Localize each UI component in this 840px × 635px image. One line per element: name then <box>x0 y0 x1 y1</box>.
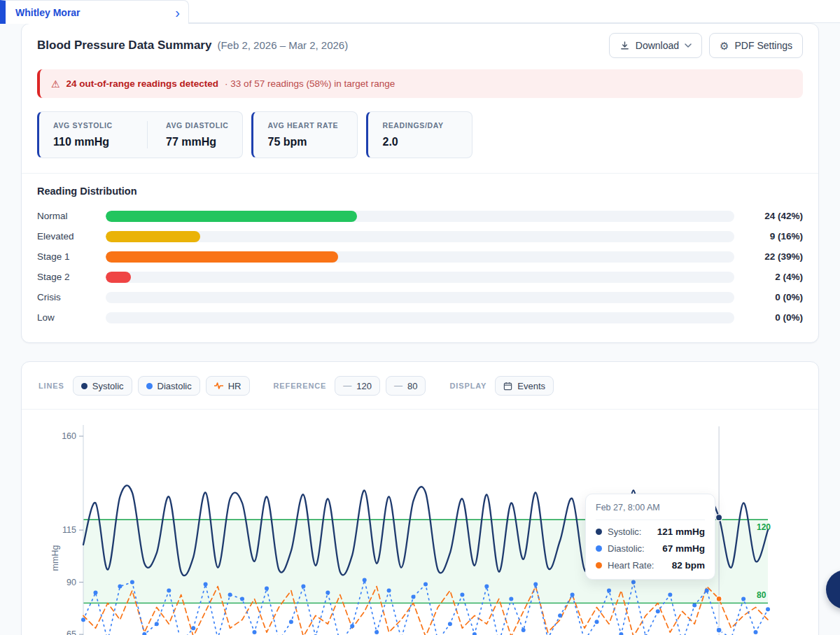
svg-text:160: 160 <box>62 431 76 441</box>
warning-icon: ⚠ <box>51 79 60 89</box>
download-button[interactable]: Download <box>609 33 702 58</box>
reference-line-icon: — <box>394 381 402 391</box>
distribution-track <box>106 272 734 283</box>
distribution-count: 22 (39%) <box>746 251 803 262</box>
floating-action-button[interactable] <box>826 570 840 609</box>
display-group-label: DISPLAY <box>449 382 486 390</box>
chip-label: Systolic <box>92 381 124 391</box>
display-toggles: Events <box>495 376 554 396</box>
stat: READINGS/DAY 2.0 <box>382 121 458 148</box>
svg-text:mmHg: mmHg <box>50 545 60 571</box>
distribution-track <box>106 292 734 303</box>
distribution-track <box>106 312 734 323</box>
chip-label: 80 <box>407 381 417 391</box>
distribution-label: Low <box>37 312 106 323</box>
series-dot-icon <box>146 383 153 389</box>
series-dot-icon <box>596 545 602 552</box>
date-range: (Feb 2, 2026 – Mar 2, 2026) <box>217 39 348 51</box>
line-toggle-systolic[interactable]: Systolic <box>73 376 132 396</box>
stat-card: AVG SYSTOLIC 110 mmHg AVG DIASTOLIC 77 m… <box>37 111 243 158</box>
alert-title: 24 out-of-range readings detected <box>66 78 219 89</box>
reference-group-label: REFERENCE <box>274 382 327 390</box>
distribution-track <box>106 211 734 222</box>
distribution-row: Stage 2 2 (4%) <box>22 267 818 287</box>
chip-label: 120 <box>356 381 372 391</box>
stat-value: 110 mmHg <box>53 136 129 148</box>
distribution-row: Normal 24 (42%) <box>22 206 818 226</box>
stat-cards: AVG SYSTOLIC 110 mmHg AVG DIASTOLIC 77 m… <box>37 111 803 158</box>
stat-label: AVG DIASTOLIC <box>166 121 228 130</box>
tooltip-label: Heart Rate: <box>608 560 654 571</box>
svg-text:65: 65 <box>66 629 76 635</box>
stat-label: AVG SYSTOLIC <box>53 121 129 130</box>
svg-text:120: 120 <box>757 522 771 532</box>
reference-toggle-80[interactable]: — 80 <box>386 376 426 396</box>
distribution-row: Elevated 9 (16%) <box>22 226 818 246</box>
download-icon <box>620 41 630 51</box>
series-dot-icon <box>596 562 602 568</box>
reference-toggle-120[interactable]: — 120 <box>335 376 380 396</box>
distribution-row: Low 0 (0%) <box>22 307 818 328</box>
stat-value: 75 bpm <box>267 136 343 148</box>
summary-card: Blood Pressure Data Summary(Feb 2, 2026 … <box>21 23 819 343</box>
distribution-count: 24 (42%) <box>746 211 803 221</box>
svg-text:90: 90 <box>66 578 76 587</box>
distribution-count: 2 (4%) <box>746 272 803 282</box>
svg-text:80: 80 <box>757 590 766 600</box>
reading-distribution: Normal 24 (42%) Elevated 9 (16%) Stage 1… <box>22 206 818 328</box>
page: Whitley Morar › Blood Pressure Data Summ… <box>0 0 840 635</box>
distribution-bar <box>106 272 131 283</box>
series-dot-icon <box>596 529 602 535</box>
reference-toggles: — 120 — 80 <box>335 376 426 396</box>
chevron-down-icon <box>685 43 692 48</box>
hr-pulse-icon <box>214 382 223 390</box>
distribution-label: Elevated <box>37 231 106 242</box>
distribution-count: 9 (16%) <box>746 231 803 242</box>
display-toggle-events[interactable]: Events <box>495 376 554 396</box>
download-label: Download <box>636 40 679 51</box>
lines-group-label: LINES <box>38 382 64 390</box>
tooltip-label: Diastolic: <box>608 543 645 554</box>
alert-banner: ⚠ 24 out-of-range readings detected · 33… <box>37 69 803 98</box>
chip-label: Diastolic <box>158 381 192 391</box>
patient-tab-label: Whitley Morar <box>15 7 80 18</box>
patient-tab[interactable]: Whitley Morar › <box>0 0 189 24</box>
tooltip-row: Systolic: 121 mmHg <box>596 526 705 537</box>
svg-text:115: 115 <box>62 525 76 535</box>
stat-card: READINGS/DAY 2.0 <box>366 111 472 158</box>
distribution-count: 0 (0%) <box>746 312 803 323</box>
distribution-label: Stage 2 <box>37 272 106 282</box>
distribution-label: Normal <box>37 211 106 221</box>
bp-trend-chart[interactable]: 120801601159065mmHg Feb 27, 8:00 AM Syst… <box>22 410 818 635</box>
line-toggle-diastolic[interactable]: Diastolic <box>138 376 200 396</box>
distribution-row: Stage 1 22 (39%) <box>22 246 818 267</box>
stat: AVG HEART RATE 75 bpm <box>267 121 343 148</box>
chip-label: HR <box>228 381 241 391</box>
distribution-bar <box>106 211 357 222</box>
distribution-row: Crisis 0 (0%) <box>22 287 818 307</box>
stat: AVG DIASTOLIC 77 mmHg <box>147 121 228 148</box>
distribution-count: 0 (0%) <box>746 292 803 302</box>
stat-label: AVG HEART RATE <box>267 121 343 130</box>
pdf-settings-label: PDF Settings <box>735 40 792 51</box>
line-toggle-hr[interactable]: HR <box>206 376 250 396</box>
pdf-settings-button[interactable]: ⚙ PDF Settings <box>709 33 803 58</box>
distribution-track <box>106 231 734 242</box>
chevron-right-icon[interactable]: › <box>175 6 180 20</box>
alert-detail: · 33 of 57 readings (58%) in target rang… <box>225 78 395 89</box>
series-dot-icon <box>81 383 88 389</box>
chart-card: LINES SystolicDiastolicHR REFERENCE — 12… <box>21 361 819 635</box>
calendar-icon <box>503 382 512 391</box>
distribution-track <box>106 251 734 263</box>
stat-label: READINGS/DAY <box>382 121 458 130</box>
chart-tooltip: Feb 27, 8:00 AM Systolic: 121 mmHg Diast… <box>585 494 715 580</box>
distribution-bar <box>106 251 338 263</box>
distribution-bar <box>106 231 200 242</box>
tooltip-label: Systolic: <box>608 526 641 537</box>
distribution-label: Crisis <box>37 292 106 302</box>
tooltip-value: 82 bpm <box>672 560 705 571</box>
stat-card: AVG HEART RATE 75 bpm <box>251 111 358 158</box>
reference-line-icon: — <box>343 381 351 391</box>
tooltip-value: 121 mmHg <box>657 526 705 537</box>
gear-icon: ⚙ <box>720 41 729 51</box>
